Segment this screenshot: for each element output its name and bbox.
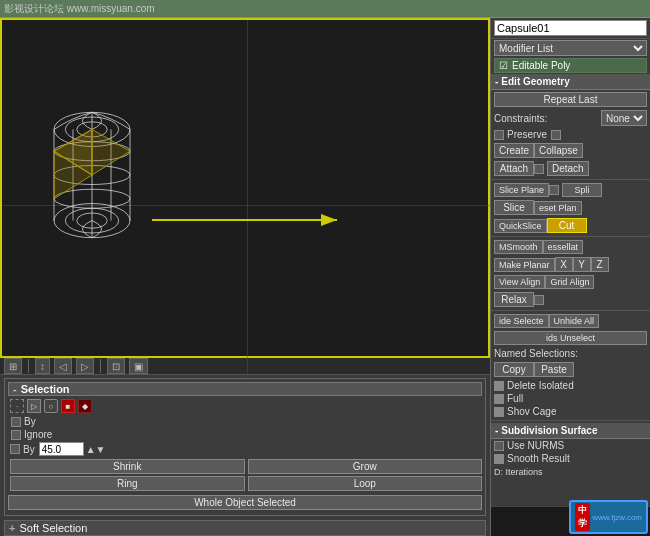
copy-paste-row: Copy Paste — [491, 361, 650, 378]
make-planar-row: Make Planar X Y Z — [491, 256, 650, 273]
slice-plane-button[interactable]: Slice Plane — [494, 183, 549, 197]
hide-unselected-button[interactable]: ids Unselect — [494, 331, 647, 345]
y-button[interactable]: Y — [573, 257, 591, 272]
preserve-cb2[interactable] — [551, 130, 561, 140]
soft-selection-header[interactable]: + Soft Selection — [4, 520, 486, 536]
show-cage-row: Shov Cage — [491, 405, 650, 418]
grid-align-button[interactable]: Grid Align — [545, 275, 594, 289]
slice-button[interactable]: Slice — [494, 200, 534, 215]
show-cage-label: Shov Cage — [507, 406, 556, 417]
toolbar-btn-2[interactable]: ↕ — [35, 358, 50, 374]
sel-icon-triangle[interactable]: ▷ — [27, 399, 41, 413]
smooth-result-label: Snooth Result — [507, 453, 570, 464]
modifier-list-row: Modifier List — [491, 39, 650, 57]
editable-poly-item[interactable]: ☑ Editable Poly — [494, 58, 647, 73]
unhide-all-button[interactable]: Unhide All — [549, 314, 600, 328]
shrink-button[interactable]: Shrink — [10, 459, 245, 474]
sel-number-input[interactable] — [39, 442, 84, 456]
x-button[interactable]: X — [555, 257, 573, 272]
quickslice-cut-row: QuickSlice Cut — [491, 217, 650, 234]
toolbar-btn-4[interactable]: ▷ — [76, 358, 94, 374]
full-cb[interactable] — [494, 394, 504, 404]
detach-button[interactable]: Detach — [547, 161, 589, 176]
sel-by2-label: By — [23, 444, 35, 455]
right-panel-scroll: - Edit Geometry Repeat Last Constraints:… — [491, 74, 650, 506]
cut-button[interactable]: Cut — [547, 218, 587, 233]
delete-isolated-row: Delete Isolated — [491, 379, 650, 392]
repeat-last-row: Repeat Last — [491, 91, 650, 108]
iterations-label: D: Iterations — [494, 467, 647, 477]
relax-button[interactable]: Relax — [494, 292, 534, 307]
delete-isolated-cb[interactable] — [494, 381, 504, 391]
viewport-area: ⊞ ↕ ◁ ▷ ⊡ ▣ - Selection · ▷ ○ — [0, 18, 490, 536]
paste-button[interactable]: Paste — [534, 362, 574, 377]
sel-icons-row: · ▷ ○ ■ ◆ — [8, 399, 482, 413]
reset-plane-button[interactable]: eset Plan — [534, 201, 582, 215]
collapse-button[interactable]: Collapse — [534, 143, 583, 158]
full-row: Full — [491, 392, 650, 405]
sel-minus-icon: - — [13, 383, 17, 395]
selection-panel: - Selection · ▷ ○ ■ ◆ By — [4, 378, 486, 516]
use-nurms-row: Use NURMS — [491, 439, 650, 452]
toolbar-btn-1[interactable]: ⊞ — [4, 358, 22, 374]
sel-ignore-row: Ignore — [8, 428, 482, 441]
split-button[interactable]: Spli — [562, 183, 602, 197]
editable-poly-check: ☑ — [499, 60, 508, 71]
relax-cb[interactable] — [534, 295, 544, 305]
make-planar-button[interactable]: Make Planar — [494, 258, 555, 272]
delete-isolated-label: Delete Isolated — [507, 380, 574, 391]
attach-button[interactable]: Attach — [494, 161, 534, 176]
modifier-list-dropdown[interactable]: Modifier List — [494, 40, 647, 56]
relax-row: Relax — [491, 291, 650, 308]
copy-button[interactable]: Copy — [494, 362, 534, 377]
editable-poly-label: Editable Poly — [512, 60, 570, 71]
sel-icon-dot[interactable]: · — [10, 399, 24, 413]
sel-ignore-label: Ignore — [24, 429, 52, 440]
create-collapse-row: Create Collapse — [491, 142, 650, 159]
preserve-checkbox[interactable] — [494, 130, 504, 140]
whole-object-button[interactable]: Whole Object Selected — [8, 495, 482, 510]
z-button[interactable]: Z — [591, 257, 609, 272]
use-nurms-cb[interactable] — [494, 441, 504, 451]
sel-header-box: - Selection — [8, 382, 482, 396]
preserve-label: Preserve — [507, 129, 547, 140]
view-align-button[interactable]: View Align — [494, 275, 545, 289]
smooth-result-cb[interactable] — [494, 454, 504, 464]
constraints-row: Constraints: None — [491, 109, 650, 127]
sel-by2-checkbox[interactable] — [10, 444, 20, 454]
sel-by-checkbox[interactable] — [11, 417, 21, 427]
object-name-section — [491, 18, 650, 39]
tessellate-button[interactable]: essellat — [543, 240, 584, 254]
loop-button[interactable]: Loop — [248, 476, 483, 491]
sel-ignore-checkbox[interactable] — [11, 430, 21, 440]
sel-icon-dark-square[interactable]: ◆ — [78, 399, 92, 413]
attach-cb[interactable] — [534, 164, 544, 174]
constraints-dropdown[interactable]: None — [601, 110, 647, 126]
ring-button[interactable]: Ring — [10, 476, 245, 491]
sel-icon-red-square[interactable]: ■ — [61, 399, 75, 413]
object-name-input[interactable] — [494, 20, 647, 36]
sel-panel-title: Selection — [21, 383, 70, 395]
create-button[interactable]: Create — [494, 143, 534, 158]
divider-4 — [491, 420, 650, 421]
repeat-last-button[interactable]: Repeat Last — [494, 92, 647, 107]
edit-geometry-header: - Edit Geometry — [491, 74, 650, 90]
msmooth-tessellate-row: MSmooth essellat — [491, 239, 650, 255]
hide-selected-button[interactable]: ide Selecte — [494, 314, 549, 328]
sel-number-arrows[interactable]: ▲▼ — [86, 444, 106, 455]
quickslice-button[interactable]: QuickSlice — [494, 219, 547, 233]
toolbar-btn-3[interactable]: ◁ — [54, 358, 72, 374]
separator-1 — [28, 359, 29, 373]
bottom-bar: 中学 www.fjzw.com — [491, 506, 650, 536]
preserve-row: Preserve — [491, 128, 650, 141]
grow-button[interactable]: Grow — [248, 459, 483, 474]
toolbar-btn-6[interactable]: ▣ — [129, 358, 148, 374]
toolbar-btn-5[interactable]: ⊡ — [107, 358, 125, 374]
subdivision-surface-header: - Subdivision Surface — [491, 423, 650, 439]
soft-selection-label: Soft Selection — [19, 522, 87, 534]
show-cage-cb[interactable] — [494, 407, 504, 417]
split-cb[interactable] — [549, 185, 559, 195]
sel-icon-circle[interactable]: ○ — [44, 399, 58, 413]
msmooth-button[interactable]: MSmooth — [494, 240, 543, 254]
viewport-3d[interactable] — [0, 18, 490, 358]
